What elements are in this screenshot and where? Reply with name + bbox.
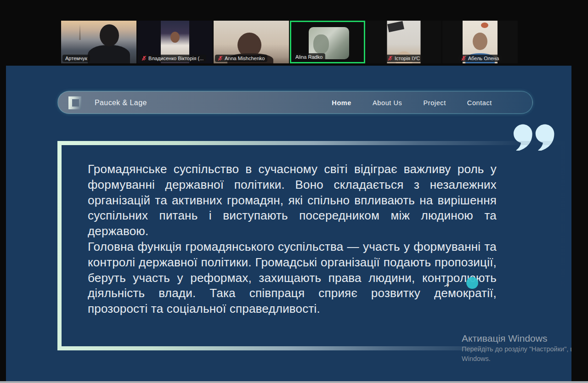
laser-pointer-dot [466, 277, 478, 289]
participant-tile[interactable]: Владисенко Вікторія (... [137, 21, 213, 63]
participant-name: Владисенко Вікторія (... [148, 56, 204, 61]
watermark-line: Windows. [462, 354, 571, 364]
taskbar-edge [0, 381, 588, 383]
brand-logo-icon [68, 96, 81, 109]
nav-item-contact[interactable]: Contact [467, 99, 492, 107]
participant-name-label: Alina Radko [293, 53, 325, 61]
muted-mic-icon [388, 56, 393, 61]
slide-navbar: Paucek & Lage Home About Us Project Cont… [57, 91, 533, 114]
participant-name-label: Абель Олена [458, 55, 502, 62]
muted-mic-icon [218, 56, 223, 61]
watermark-title: Активація Windows [462, 332, 571, 344]
participant-name: Артемчук [65, 56, 87, 61]
nav-item-home[interactable]: Home [332, 99, 351, 107]
participant-tile[interactable]: Артемчук [61, 21, 136, 63]
participant-name-label: Артемчук [62, 55, 90, 62]
quote-paragraph: Головна функція громадянського суспільст… [88, 239, 497, 317]
participant-name-label: Історія ІУС [385, 55, 423, 62]
muted-mic-icon [461, 56, 466, 61]
meeting-window: Артемчук Владисенко Вікторія (... Anna [0, 0, 588, 383]
watermark-line: Перейдіть до розділу "Настройки", щоб [462, 344, 571, 354]
participant-tile[interactable]: Anna Mishchenko [214, 21, 289, 63]
quote-paragraph: Громадянське суспільство в сучасному сві… [88, 162, 497, 239]
participant-name-label: Anna Mishchenko [215, 55, 267, 62]
brand-name: Paucek & Lage [95, 91, 147, 114]
participant-name: Alina Radko [295, 54, 322, 60]
participant-name: Anna Mishchenko [225, 56, 265, 61]
participant-tile[interactable]: Історія ІУС [366, 21, 441, 63]
windows-activation-watermark: Активація Windows Перейдіть до розділу "… [462, 332, 571, 364]
participant-name: Історія ІУС [395, 56, 420, 61]
participant-tile-active-speaker[interactable]: Alina Radko [290, 21, 365, 63]
nav-item-project[interactable]: Project [423, 99, 446, 107]
nav-item-about-us[interactable]: About Us [373, 99, 402, 107]
participant-name: Абель Олена [468, 56, 499, 61]
participant-name-label: Владисенко Вікторія (... [139, 55, 206, 62]
quote-box: Громадянське суспільство в сучасному сві… [57, 141, 565, 350]
muted-mic-icon [141, 56, 147, 61]
shared-slide: Paucek & Lage Home About Us Project Cont… [6, 66, 571, 383]
nav-menu: Home About Us Project Contact [332, 91, 532, 114]
participant-tile[interactable]: Абель Олена [442, 21, 518, 63]
